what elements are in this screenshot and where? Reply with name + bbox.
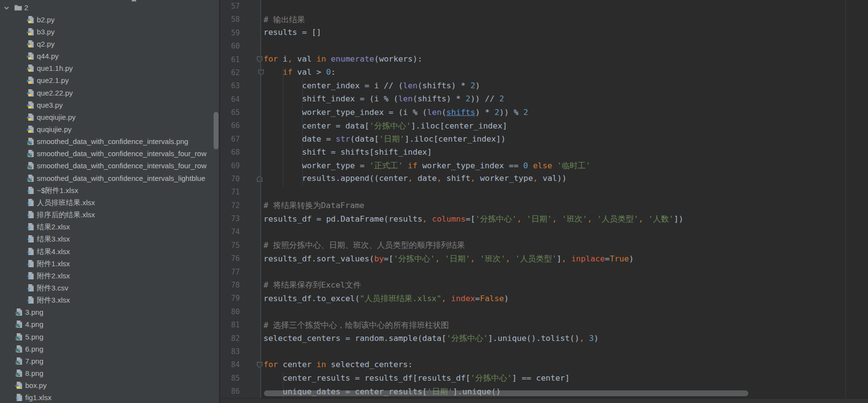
tree-item-smoothed_data_with_confidence_intervals_lightblue[interactable]: smoothed_data_with_confidence_intervals_… [0,172,219,184]
tree-item-que2.1.py[interactable]: que2.1.py [0,74,219,86]
tree-item-que1.1h.py[interactable]: que1.1h.py [0,62,219,74]
tree-item-quqiujie.py[interactable]: quqiujie.py [0,123,219,135]
fold-marker-down[interactable] [256,56,263,63]
line-number: 68 [220,148,240,157]
line-number: 58 [220,15,240,24]
code-line-69[interactable]: worker_type = '正式工' if worker_type_index… [264,161,590,171]
image-file-icon [15,357,23,365]
python-file-icon [27,40,35,48]
tree-item-label: smoothed_data_with_confidence_intervals.… [37,136,188,146]
line-number: 76 [220,254,240,263]
tree-item-box.py[interactable]: box.py [0,379,219,391]
tree-item-fig1.xlsx[interactable]: ?fig1.xlsx [0,391,219,403]
tree-item-_.xlsx[interactable]: ?排序后的结果.xlsx [0,209,219,221]
code-line-78[interactable]: # 将结果保存到Excel文件 [264,280,361,290]
tree-item-smoothed_data_with_confidence_intervals_four_row[interactable]: smoothed_data_with_confidence_intervals_… [0,160,219,172]
python-file-icon [27,28,35,36]
tree-item-label: 5.png [25,332,44,342]
tree-item-q2.py[interactable]: q2.py [0,38,219,50]
horizontal-scrollbar-thumb[interactable] [264,390,748,396]
tree-item-label: smoothed_data_with_confidence_intervals_… [37,148,206,159]
line-number: 74 [220,227,240,236]
svg-text:?: ? [27,299,31,305]
line-number: 73 [220,214,240,223]
code-line-58[interactable]: # 输出结果 [264,15,305,25]
line-number: 82 [220,334,240,343]
code-line-67[interactable]: date = str(data['日期'].iloc[center_index]… [264,134,506,145]
chevron-down-icon[interactable] [3,4,10,11]
tree-item-smoothed_data_with_confidence_intervals.png[interactable]: smoothed_data_with_confidence_intervals.… [0,135,219,147]
tree-item-label: box.py [25,380,46,390]
tree-item-label: b2.py [37,15,55,25]
code-line-65[interactable]: worker_type_index = (i % (len(shifts) * … [264,108,528,117]
code-line-72[interactable]: # 将结果转换为DataFrame [264,200,364,211]
code-line-84[interactable]: for center in selected_centers: [264,360,413,369]
tree-item-label: 8.png [25,368,44,378]
tree-item-label: b3.py [37,27,55,37]
gutter-border [260,0,261,398]
project-tree-panel: 2b2.pyb3.pyq2.pyq44.pyque1.1h.pyque2.1.p… [0,0,219,403]
tree-item-queqiujie.py[interactable]: queqiujie.py [0,111,219,123]
code-line-75[interactable]: # 按照分拣中心、日期、班次、人员类型的顺序排列结果 [264,240,465,251]
tree-item-label: ~$附件1.xlsx [37,185,78,195]
editor-panel: 5758596061626364656667686970717273747576… [220,0,868,403]
tree-item-_2.xlsx[interactable]: ?附件2.xlsx [0,270,219,282]
unknown-file-icon: ? [27,259,35,268]
unknown-file-icon: ? [15,393,23,402]
code-line-63[interactable]: center_index = i // (len(shifts) * 2) [264,81,480,90]
line-number: 80 [220,307,240,316]
code-line-73[interactable]: results_df = pd.DataFrame(results, colum… [264,214,683,225]
bottom-panel-strip [220,398,868,403]
tree-item-_1.xlsx[interactable]: ?~$附件1.xlsx [0,184,219,196]
tree-item-_3.xlsx[interactable]: ?附件3.xlsx [0,294,219,306]
tree-item-_1.xlsx[interactable]: ?附件1.xlsx [0,258,219,270]
tree-item-label: 排序后的结果.xlsx [37,210,95,220]
unknown-file-icon: ? [27,235,35,243]
code-line-61[interactable]: for i, val in enumerate(workers): [264,54,422,64]
python-file-icon [27,76,35,84]
tree-item-que3.py[interactable]: que3.py [0,99,219,111]
svg-text:?: ? [27,201,31,207]
code-line-59[interactable]: results = [] [264,28,321,37]
tree-item-que2.22.py[interactable]: que2.22.py [0,87,219,99]
code-line-70[interactable]: results.append((center, date, shift, wor… [264,174,567,183]
tree-item-_.xlsx[interactable]: ?人员排班结果.xlsx [0,196,219,209]
tree-item-5.png[interactable]: 5.png [0,331,219,343]
code-line-66[interactable]: center = data['分拣中心'].iloc[center_index] [264,121,507,131]
code-line-82[interactable]: selected_centers = random.sample(data['分… [264,333,599,344]
tree-item-q44.py[interactable]: q44.py [0,50,219,62]
tree-item-2[interactable]: 2 [0,1,219,14]
svg-text:?: ? [27,274,31,280]
tree-scrollbar-thumb[interactable] [214,112,218,149]
tree-item-label: 2 [24,2,28,13]
cutoff-toolbar-icon[interactable] [849,0,857,3]
code-line-62[interactable]: if val > 0: [264,67,336,77]
code-line-85[interactable]: center_results = results_df[results_df['… [264,373,570,384]
image-file-icon [15,308,23,316]
tree-item-_3.csv[interactable]: ?附件3.csv [0,282,219,294]
tree-item-b3.py[interactable]: b3.py [0,26,219,38]
cutoff-toolbar-icon[interactable] [858,0,867,3]
tree-item-_2.xlsx[interactable]: ?结果2.xlsx [0,221,219,233]
right-margin-guide [845,0,846,398]
tree-item-3.png[interactable]: 3.png [0,306,219,318]
code-line-79[interactable]: results_df.to_excel("人员排班结果.xlsx", index… [264,293,509,304]
code-line-81[interactable]: # 选择三个拣货中心，绘制该中心的所有排班柱状图 [264,320,449,331]
tree-item-label: smoothed_data_with_confidence_intervals_… [37,161,206,171]
editor-gutter[interactable]: 5758596061626364656667686970717273747576… [220,0,262,398]
tree-item-label: smoothed_data_with_confidence_intervals_… [37,173,205,183]
tree-item-smoothed_data_with_confidence_intervals_four_row[interactable]: smoothed_data_with_confidence_intervals_… [0,147,219,160]
tree-item-4.png[interactable]: 4.png [0,318,219,330]
fold-marker-down[interactable] [256,362,263,369]
tree-item-6.png[interactable]: 6.png [0,343,219,355]
tree-item-8.png[interactable]: 8.png [0,367,219,379]
tree-item-_4.xlsx[interactable]: ?结果4.xlsx [0,245,219,258]
code-line-68[interactable]: shift = shifts[shift_index] [264,147,432,157]
tree-item-b2.py[interactable]: b2.py [0,14,219,26]
code-line-64[interactable]: shift_index = (i % (len(shifts) * 2)) //… [264,94,504,103]
tree-item-7.png[interactable]: 7.png [0,355,219,367]
tree-item-_3.xlsx[interactable]: ?结果3.xlsx [0,233,219,245]
line-number: 72 [220,201,240,210]
code-line-76[interactable]: results_df.sort_values(by=['分拣中心', '日期',… [264,254,634,264]
fold-marker-up[interactable] [256,176,263,182]
